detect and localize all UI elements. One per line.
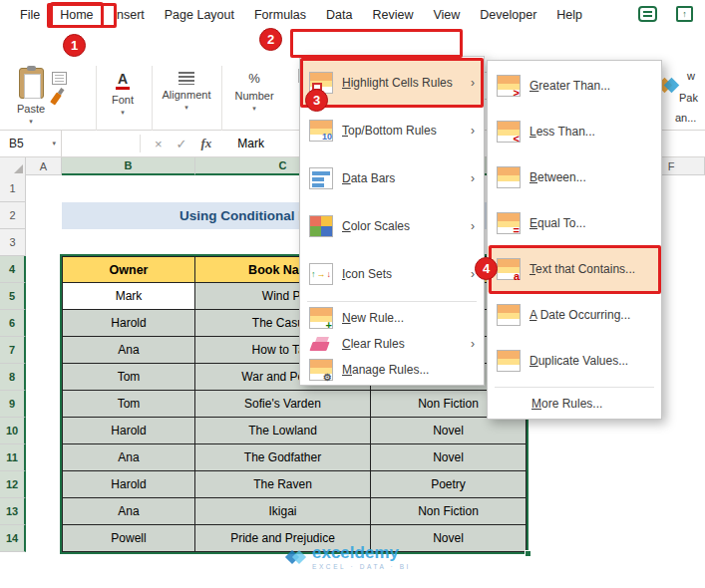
menu-item-equal-to[interactable]: =Equal To... xyxy=(488,200,661,246)
menu-item-label: More Rules... xyxy=(531,397,602,411)
paste-button[interactable]: Paste ▾ xyxy=(10,68,52,125)
table-cell[interactable]: Non Fiction xyxy=(371,498,527,525)
menu-item-new-rule[interactable]: +New Rule... xyxy=(300,305,484,331)
menu-item-a-date-occurring[interactable]: A Date Occurring... xyxy=(488,292,661,338)
select-all-corner[interactable] xyxy=(0,157,26,175)
clear-rules-icon xyxy=(309,333,333,355)
menu-item-icon-sets[interactable]: ↑→↓Icon Sets› xyxy=(300,250,484,298)
menu-item-label: Top/Bottom Rules xyxy=(342,124,437,138)
menu-tab-data[interactable]: Data xyxy=(316,2,362,28)
row-header-3[interactable]: 3 xyxy=(0,229,26,256)
menu-item-label: Icon Sets xyxy=(342,267,392,281)
table-cell[interactable]: Harold xyxy=(62,310,195,337)
menu-item-more-rules[interactable]: More Rules... xyxy=(488,391,661,417)
menu-item-color-scales[interactable]: Color Scales› xyxy=(300,202,484,250)
row-header-13[interactable]: 13 xyxy=(0,498,26,525)
formula-bar-value[interactable]: Mark xyxy=(237,137,264,150)
table-cell[interactable]: The Lowland xyxy=(195,418,371,444)
table-cell[interactable]: Ikigai xyxy=(195,498,371,525)
row-header-7[interactable]: 7 xyxy=(0,337,26,364)
menu-tab-review[interactable]: Review xyxy=(362,2,423,28)
row-header-5[interactable]: 5 xyxy=(0,283,26,310)
cells-icon xyxy=(497,166,521,188)
row-header-4[interactable]: 4 xyxy=(0,256,26,283)
menu-tab-help[interactable]: Help xyxy=(546,2,592,28)
clipped-label-fragment: an... xyxy=(675,112,696,124)
menu-tab-developer[interactable]: Developer xyxy=(470,2,546,28)
table-cell[interactable]: Tom xyxy=(62,364,195,391)
alignment-group-button[interactable]: Alignment ▾ xyxy=(156,72,217,111)
font-icon: A xyxy=(116,72,130,90)
table-cell[interactable]: Ana xyxy=(62,444,195,471)
menu-item-between[interactable]: Between... xyxy=(488,154,661,200)
clipboard-icon xyxy=(19,68,44,99)
row-header-8[interactable]: 8 xyxy=(0,364,26,391)
submenu-arrow-icon: › xyxy=(471,76,475,90)
table-cell[interactable]: Novel xyxy=(371,444,527,471)
row-header-6[interactable]: 6 xyxy=(0,310,26,337)
table-cell[interactable]: The Raven xyxy=(195,471,371,498)
menu-tab-page-layout[interactable]: Page Layout xyxy=(155,2,244,28)
number-group-button[interactable]: % Number ▾ xyxy=(227,72,281,112)
table-cell[interactable]: Powell xyxy=(62,525,195,552)
row-header-11[interactable]: 11 xyxy=(0,444,26,471)
chevron-down-icon: ▾ xyxy=(252,106,256,112)
watermark: exceldemy EXCEL · DATA · BI xyxy=(287,544,411,571)
menu-item-data-bars[interactable]: Data Bars› xyxy=(300,154,484,202)
row-header-9[interactable]: 9 xyxy=(0,391,26,418)
font-group-button[interactable]: A Font ▾ xyxy=(100,72,146,116)
table-header-cell: Owner xyxy=(62,256,195,283)
cancel-button[interactable]: × xyxy=(155,137,163,151)
row-header-10[interactable]: 10 xyxy=(0,418,26,444)
menu-tab-insert[interactable]: Insert xyxy=(104,2,155,28)
comments-icon[interactable] xyxy=(638,6,657,22)
menu-item-label: Text that Contains... xyxy=(529,262,635,276)
annotation-step-4: 4 xyxy=(475,257,498,280)
share-icon[interactable]: ↑ xyxy=(676,6,693,22)
submenu-arrow-icon: › xyxy=(471,171,475,185)
data-bars-icon xyxy=(309,167,333,189)
menu-tab-file[interactable]: File xyxy=(10,2,50,28)
color-scales-icon xyxy=(309,215,333,237)
annotation-step-3: 3 xyxy=(305,89,328,112)
menu-separator xyxy=(307,301,477,302)
table-cell[interactable]: Ana xyxy=(62,498,195,525)
column-header-b[interactable]: B xyxy=(62,157,195,175)
selection-fill-handle[interactable] xyxy=(525,550,531,557)
menu-item-greater-than[interactable]: >Greater Than... xyxy=(488,63,661,109)
row-header-1[interactable]: 1 xyxy=(0,175,26,202)
table-cell[interactable]: Ana xyxy=(62,337,195,364)
menu-item-text-that-contains[interactable]: aText that Contains... xyxy=(488,246,661,292)
table-cell[interactable]: The Godfather xyxy=(195,444,371,471)
column-header-a[interactable]: A xyxy=(26,157,62,175)
name-box[interactable]: B5 ▾ xyxy=(0,131,62,156)
manage-rules-icon: ⚙ xyxy=(309,359,333,381)
menu-tab-home[interactable]: Home xyxy=(50,2,103,28)
table-cell[interactable]: Sofie's Varden xyxy=(195,391,371,418)
menu-item-duplicate-values[interactable]: Duplicate Values... xyxy=(488,338,661,384)
cells-icon xyxy=(497,304,521,326)
menu-item-less-than[interactable]: <Less Than... xyxy=(488,109,661,154)
cells-icon: a xyxy=(497,258,521,280)
number-label: Number xyxy=(234,90,273,102)
highlight-cells-rules-submenu: >Greater Than...<Less Than...Between...=… xyxy=(487,60,662,420)
menu-item-manage-rules[interactable]: ⚙Manage Rules... xyxy=(300,357,484,383)
table-cell[interactable]: Tom xyxy=(62,391,195,418)
menu-item-clear-rules[interactable]: Clear Rules› xyxy=(300,331,484,357)
font-label: Font xyxy=(112,94,134,106)
insert-function-button[interactable]: fx xyxy=(201,136,212,151)
menu-item-top-bottom-rules[interactable]: 10Top/Bottom Rules› xyxy=(300,107,484,154)
table-cell[interactable]: Poetry xyxy=(371,471,527,498)
exceldemy-logo-icon xyxy=(287,548,305,566)
enter-button[interactable]: ✓ xyxy=(176,137,187,151)
row-header-14[interactable]: 14 xyxy=(0,525,26,552)
active-cell-b5[interactable]: Mark xyxy=(62,283,195,310)
row-header-2[interactable]: 2 xyxy=(0,202,26,229)
menu-tab-formulas[interactable]: Formulas xyxy=(244,2,316,28)
menu-tab-view[interactable]: View xyxy=(423,2,470,28)
copy-icon[interactable] xyxy=(52,72,67,85)
table-cell[interactable]: Harold xyxy=(62,418,195,444)
table-cell[interactable]: Harold xyxy=(62,471,195,498)
row-header-12[interactable]: 12 xyxy=(0,471,26,498)
table-cell[interactable]: Novel xyxy=(371,418,527,444)
